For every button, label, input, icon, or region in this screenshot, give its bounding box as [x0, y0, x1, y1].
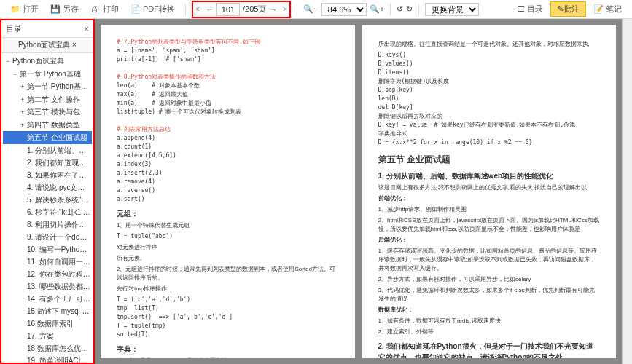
q2-title: 2. 我们都知道现在Python很火，但是对于一门技术我们不光要知道它的优点，也… — [378, 341, 601, 358]
tree-item[interactable]: 14. 有多个工厂可以做数据 — [3, 293, 92, 305]
tree-item[interactable]: −Python面试宝典 — [3, 55, 92, 68]
tree-item[interactable]: 10. 编写一Python用and-or — [3, 243, 92, 256]
close-icon[interactable]: × — [84, 24, 89, 34]
tree-item[interactable]: 17. 方案 — [3, 330, 92, 342]
vertical-scrollbar[interactable] — [622, 19, 632, 364]
q1-title: 1. 分别从前端、后端、数据库阐述web项目的性能优化 — [378, 170, 601, 181]
rotate-left-icon[interactable]: ↺ — [397, 4, 403, 14]
next-page-icon[interactable]: → — [269, 5, 277, 14]
rotate-right-icon[interactable]: ↻ — [406, 4, 413, 14]
tree-item[interactable]: 6. 秒字符 "k:1|k1:2|k2:3|k3 — [3, 206, 92, 218]
section-tuple: 元组： — [117, 208, 339, 219]
zoom-select[interactable]: 84.6% — [321, 3, 367, 16]
outline-tree[interactable]: −Python面试宝典−第一章 Python基础+第一节 Python基础语法+… — [1, 53, 93, 363]
tree-item[interactable]: 18.数据库怎么优化查询效率？ — [3, 342, 92, 355]
chapter-title: 第五节 企业面试题 — [378, 153, 601, 166]
tab-close-icon[interactable]: × — [72, 41, 77, 49]
tree-item[interactable]: +第三节 模块与包 — [3, 106, 92, 119]
tree-item[interactable]: +第二节 文件操作 — [3, 93, 92, 106]
tree-item[interactable]: −第一章 Python基础 — [3, 68, 92, 81]
save-button[interactable]: 💾另存 — [46, 2, 83, 16]
tree-item[interactable]: 2. 我们都知道现在Python很 — [3, 157, 92, 169]
tree-item[interactable]: +第一节 Python基础语法 — [3, 80, 92, 93]
tree-item[interactable]: −第五节 企业面试题 — [3, 131, 92, 144]
document-viewport: # 7.Python的列表类型与字符串类型有何不同,如下例 a = ['name… — [95, 19, 622, 364]
sidebar-tab[interactable]: Python面试宝典 × — [1, 38, 93, 52]
folder-icon: 📁 — [10, 4, 20, 15]
open-button[interactable]: 📁打开 — [6, 2, 43, 16]
pencil-icon: ✎ — [557, 4, 563, 13]
zoom-out-icon[interactable]: 🔍− — [303, 4, 318, 14]
section-dict: 字典： — [117, 344, 339, 355]
tree-item[interactable]: 12. 你在类包过程中，那里是o — [3, 268, 92, 280]
page-number-input[interactable] — [216, 3, 240, 16]
tree-item[interactable]: 16.数据库索引 — [3, 317, 92, 330]
pdf-page-left: # 7.Python的列表类型与字符串类型有何不同,如下例 a = ['name… — [101, 25, 355, 358]
tree-item[interactable]: 13. 哪些数据类都能用做dict — [3, 280, 92, 293]
sidebar-title: 目录 — [6, 23, 22, 34]
zoom-in-icon[interactable]: 🔍+ — [370, 4, 384, 14]
tree-item[interactable]: 4. 请说说.pyc文件和.py文件的 — [3, 181, 92, 194]
tree-item[interactable]: 3. 如果你困在了死循环里，怎 — [3, 169, 92, 181]
tree-item[interactable]: 5. 解决秒杀系统"大奖" — [3, 194, 92, 206]
tree-item[interactable]: 1. 分别从前端、后端、数据库 — [3, 144, 92, 157]
tree-item[interactable]: 19. 简单说明ACID，并解释每 — [3, 355, 92, 363]
tree-item[interactable]: 11. 如何自调用一个类的父类 — [3, 256, 92, 268]
background-select[interactable]: 更换背景 — [425, 3, 479, 16]
note-icon: 📝 — [593, 4, 604, 14]
main-toolbar: 📁打开 💾另存 🖨打印 📄PDF转换 ⇤ ← /205页 → ⇥ 🔍− 84.6… — [0, 0, 632, 19]
print-icon: 🖨 — [90, 4, 101, 15]
first-page-icon[interactable]: ⇤ — [196, 4, 203, 14]
pdf-convert-button[interactable]: 📄PDF转换 — [126, 2, 179, 16]
tree-item[interactable]: 8. 利用切片操作，实现一个tri — [3, 218, 92, 231]
sidebar-panel: 目录 × Python面试宝典 × −Python面试宝典−第一章 Python… — [0, 19, 95, 364]
save-icon: 💾 — [50, 4, 61, 15]
list-icon: ☰ — [518, 4, 525, 14]
page-navigation: ⇤ ← /205页 → ⇥ — [192, 1, 291, 18]
tree-item[interactable]: 15.简述下 mysql 的原理？ — [3, 305, 92, 317]
tree-item[interactable]: +第四节 数据类型 — [3, 119, 92, 132]
pdf-page-right: 所出现的规格。往往直接查询结是一个可走代对象。还其他对象，对相应数据来执, D.… — [362, 25, 617, 358]
tree-item[interactable]: 9. 请设计一个decorator，它可 — [3, 231, 92, 243]
catalog-button[interactable]: ☰目录 — [513, 2, 547, 16]
prev-page-icon[interactable]: ← — [206, 5, 214, 14]
last-page-icon[interactable]: ⇥ — [280, 4, 286, 14]
pdf-icon: 📄 — [130, 4, 141, 15]
page-total-label: /205页 — [243, 4, 266, 15]
note-button[interactable]: 📝笔记 — [589, 2, 626, 16]
print-button[interactable]: 🖨打印 — [86, 2, 123, 16]
annotate-button[interactable]: ✎批注 — [550, 1, 586, 17]
